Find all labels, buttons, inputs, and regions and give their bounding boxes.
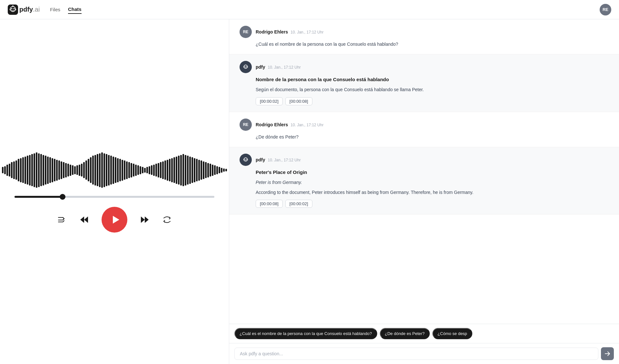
shuffle-button[interactable]: [57, 215, 67, 225]
waveform-bar: [13, 161, 15, 179]
waveform-bar: [153, 165, 155, 176]
waveform-bar: [11, 162, 13, 178]
msg-text-1: ¿Cuál es el nombre de la persona con la …: [256, 42, 398, 47]
waveform-bar: [176, 157, 177, 184]
svg-rect-18: [243, 66, 244, 68]
timestamp-tag-4-1[interactable]: [00:00:02]: [285, 200, 312, 208]
waveform-bar: [61, 161, 62, 179]
user-avatar-3: RE: [240, 119, 252, 131]
waveform-bar: [221, 168, 222, 173]
suggestion-chip-2[interactable]: ¿Cómo se desp: [432, 328, 472, 339]
waveform-bar: [56, 160, 58, 181]
play-icon: [110, 215, 121, 225]
waveform-bar: [164, 160, 166, 180]
waveform-bar: [198, 160, 200, 181]
waveform-bar: [205, 162, 207, 178]
waveform-bar: [117, 158, 119, 182]
waveform-bar: [214, 165, 216, 175]
msg-text-2: Según el documento, la persona con la qu…: [256, 86, 609, 93]
waveform-bar: [103, 153, 105, 187]
msg-name-3: Rodrigo Ehlers: [256, 122, 288, 127]
send-button[interactable]: [601, 347, 614, 360]
nav-chats[interactable]: Chats: [68, 5, 82, 14]
bot-icon-2: [242, 63, 249, 71]
waveform-bar: [212, 165, 213, 176]
waveform-bar: [43, 155, 44, 186]
waveform-bar: [192, 157, 193, 183]
user-avatar[interactable]: RE: [600, 4, 611, 15]
send-icon: [604, 351, 610, 357]
logo[interactable]: pdfy.ai: [8, 5, 40, 15]
svg-point-2: [11, 8, 13, 9]
progress-bar[interactable]: [15, 196, 214, 198]
waveform-bar: [223, 168, 225, 172]
bot-avatar-2: [240, 61, 252, 73]
waveform-bar: [81, 164, 83, 177]
svg-marker-11: [141, 216, 145, 223]
svg-marker-9: [84, 216, 88, 223]
audio-player-panel: [0, 19, 229, 364]
waveform-bar: [187, 156, 189, 185]
progress-handle[interactable]: [60, 194, 65, 200]
waveform-bar: [72, 165, 74, 175]
header-right: RE: [600, 4, 611, 15]
waveform-bar: [201, 160, 202, 180]
suggestion-chip-1[interactable]: ¿De dónde es Peter?: [380, 328, 430, 339]
svg-point-5: [13, 5, 14, 6]
waveform-bar: [180, 155, 182, 186]
waveform-bar: [29, 155, 31, 186]
waveform-bar: [74, 166, 76, 174]
waveform-bar: [119, 159, 121, 181]
waveform-bar: [133, 164, 134, 177]
timestamp-tag-2-0[interactable]: [00:00:02]: [256, 97, 283, 105]
waveform-bar: [9, 164, 10, 177]
svg-marker-10: [113, 216, 119, 224]
timestamp-tag-2-1[interactable]: [00:00:08]: [285, 97, 312, 105]
svg-rect-19: [247, 66, 248, 68]
repeat-button[interactable]: [162, 215, 172, 225]
waveform-bar: [178, 156, 180, 185]
msg-meta-1: Rodrigo Ehlers 10. Jan., 17:12 Uhr: [256, 29, 323, 34]
fastforward-icon: [139, 214, 151, 225]
msg-time-1: 10. Jan., 17:12 Uhr: [290, 30, 323, 34]
msg-italic-4: Peter is from Germany.: [256, 179, 609, 186]
waveform-bar: [58, 160, 60, 180]
suggestion-chip-0[interactable]: ¿Cuál es el nombre de la persona con la …: [234, 328, 377, 339]
waveform-bar: [92, 156, 94, 185]
waveform-bar: [194, 158, 195, 182]
waveform-bar: [106, 154, 107, 186]
play-button[interactable]: [102, 207, 127, 233]
msg-name-2: pdfy: [256, 64, 265, 70]
waveform-bar: [18, 159, 19, 181]
waveform-bar: [65, 163, 67, 177]
waveform-bar: [113, 157, 114, 184]
waveform-bar: [79, 165, 80, 176]
waveform-bar: [128, 162, 130, 178]
waveform-bar: [20, 158, 22, 182]
nav-files[interactable]: Files: [50, 5, 60, 14]
message-block-1: RE Rodrigo Ehlers 10. Jan., 17:12 Uhr ¿C…: [229, 19, 619, 54]
waveform-bar: [27, 156, 28, 185]
rewind-button[interactable]: [78, 214, 90, 225]
msg-time-4: 10. Jan., 17:12 Uhr: [268, 158, 301, 162]
waveform-bar: [149, 166, 150, 174]
msg-name-1: Rodrigo Ehlers: [256, 29, 288, 34]
message-header-3: RE Rodrigo Ehlers 10. Jan., 17:12 Uhr: [240, 119, 609, 131]
timestamp-tag-4-0[interactable]: [00:00:08]: [256, 200, 283, 208]
waveform-bar: [63, 162, 64, 178]
chat-input[interactable]: [234, 348, 598, 360]
waveform-bar: [173, 157, 175, 183]
svg-point-16: [246, 66, 247, 67]
waveform-bar: [115, 157, 116, 183]
waveform-bar: [99, 153, 101, 187]
waveform-bar: [182, 154, 184, 186]
waveform-bar: [54, 159, 55, 181]
svg-rect-20: [242, 156, 249, 163]
msg-content-1: ¿Cuál es el nombre de la persona con la …: [256, 41, 609, 48]
waveform-bar: [76, 165, 78, 175]
svg-rect-25: [243, 159, 244, 160]
waveform-bar: [45, 156, 46, 185]
suggestion-bar: ¿Cuál es el nombre de la persona con la …: [229, 324, 619, 343]
waveform-bar: [88, 159, 89, 181]
fastforward-button[interactable]: [139, 214, 151, 225]
